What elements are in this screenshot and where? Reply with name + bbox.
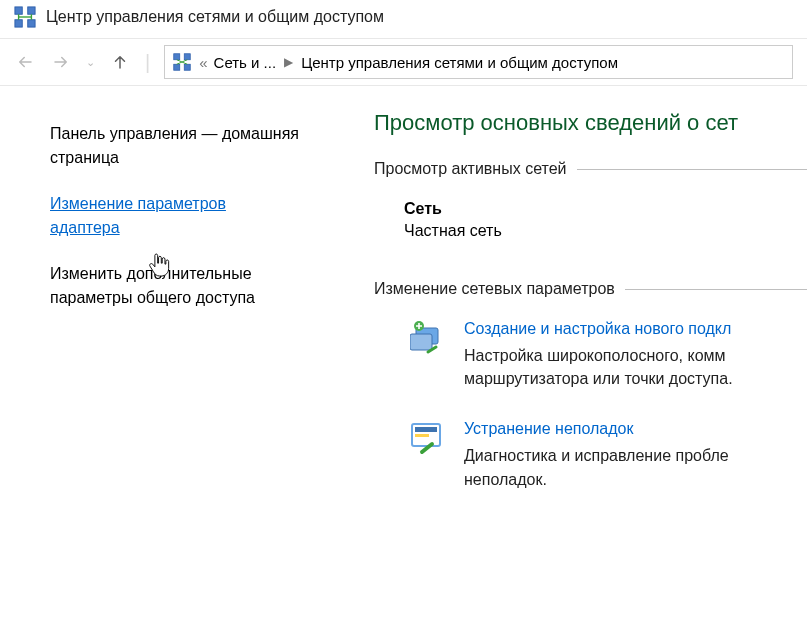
breadcrumb-current[interactable]: Центр управления сетями и общим доступом bbox=[301, 54, 618, 71]
svg-rect-12 bbox=[184, 64, 190, 70]
divider bbox=[577, 169, 808, 170]
svg-rect-20 bbox=[415, 434, 429, 437]
page-heading: Просмотр основных сведений о сет bbox=[374, 110, 807, 136]
new-connection-icon bbox=[410, 320, 446, 356]
active-network-item: Сеть Частная сеть bbox=[374, 200, 807, 240]
svg-rect-0 bbox=[15, 7, 22, 14]
option-new-connection-desc: Настройка широкополосного, комм маршрути… bbox=[464, 344, 807, 390]
main-panel: Просмотр основных сведений о сет Просмот… bbox=[320, 110, 807, 521]
navigation-bar: ⌄ | « Сеть и ... ▶ Центр управления сетя… bbox=[0, 38, 807, 86]
svg-rect-1 bbox=[28, 7, 35, 14]
active-networks-label: Просмотр активных сетей bbox=[374, 160, 567, 178]
troubleshoot-icon bbox=[410, 420, 446, 456]
network-center-icon bbox=[173, 53, 191, 71]
network-name: Сеть bbox=[404, 200, 807, 218]
separator: | bbox=[145, 51, 150, 74]
forward-button[interactable] bbox=[50, 51, 72, 73]
option-new-connection-link[interactable]: Создание и настройка нового подкл bbox=[464, 320, 731, 338]
up-button[interactable] bbox=[109, 51, 131, 73]
network-center-icon bbox=[14, 6, 36, 28]
breadcrumb-parent[interactable]: Сеть и ... bbox=[214, 54, 277, 71]
change-settings-header: Изменение сетевых параметров bbox=[374, 280, 807, 298]
network-type: Частная сеть bbox=[404, 222, 807, 240]
change-settings-label: Изменение сетевых параметров bbox=[374, 280, 615, 298]
svg-rect-9 bbox=[174, 54, 180, 60]
svg-rect-3 bbox=[28, 20, 35, 27]
address-bar[interactable]: « Сеть и ... ▶ Центр управления сетями и… bbox=[164, 45, 793, 79]
breadcrumb-root-icon[interactable]: « bbox=[199, 54, 205, 71]
svg-rect-2 bbox=[15, 20, 22, 27]
option-troubleshoot-link[interactable]: Устранение неполадок bbox=[464, 420, 633, 438]
svg-rect-11 bbox=[174, 64, 180, 70]
svg-rect-16 bbox=[410, 334, 432, 350]
svg-rect-19 bbox=[415, 427, 437, 432]
recent-dropdown-icon[interactable]: ⌄ bbox=[86, 56, 95, 69]
divider bbox=[625, 289, 807, 290]
chevron-right-icon[interactable]: ▶ bbox=[284, 55, 293, 69]
content-body: Панель управления — домашняя страница Из… bbox=[0, 86, 807, 521]
sidebar-sharing-link[interactable]: Изменить дополнительные параметры общего… bbox=[50, 262, 300, 310]
sidebar-adapter-link[interactable]: Изменение параметров адаптера bbox=[50, 192, 300, 240]
option-troubleshoot: Устранение неполадок Диагностика и испра… bbox=[410, 420, 807, 490]
option-troubleshoot-desc: Диагностика и исправление пробле неполад… bbox=[464, 444, 807, 490]
svg-rect-10 bbox=[184, 54, 190, 60]
titlebar: Центр управления сетями и общим доступом bbox=[0, 0, 807, 38]
sidebar-home-link[interactable]: Панель управления — домашняя страница bbox=[50, 122, 300, 170]
option-new-connection: Создание и настройка нового подкл Настро… bbox=[410, 320, 807, 390]
active-networks-header: Просмотр активных сетей bbox=[374, 160, 807, 178]
back-button[interactable] bbox=[14, 51, 36, 73]
sidebar: Панель управления — домашняя страница Из… bbox=[0, 110, 320, 521]
window-title: Центр управления сетями и общим доступом bbox=[46, 8, 384, 26]
